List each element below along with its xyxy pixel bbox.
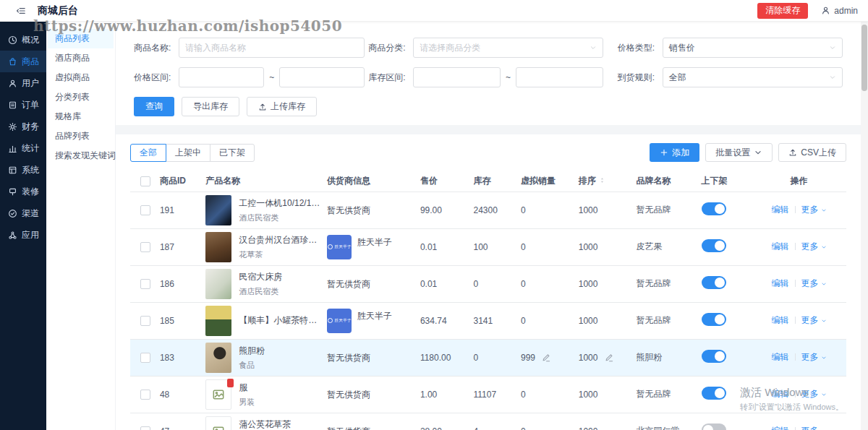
product-category: 酒店民宿类 xyxy=(239,212,324,223)
stats-icon xyxy=(8,144,17,153)
stock-min-input[interactable] xyxy=(413,67,501,87)
sidebar-item-label: 财务 xyxy=(22,121,39,133)
submenu-item-search-keywords[interactable]: 搜索发现关键词 xyxy=(48,146,114,165)
submenu-item-spec-lib[interactable]: 规格库 xyxy=(48,107,114,126)
brand-name: 北京同仁堂 xyxy=(637,426,680,430)
sidebar-item-app[interactable]: 应用 xyxy=(0,224,46,246)
product-category: 男装 xyxy=(239,397,255,408)
select-all-checkbox[interactable] xyxy=(140,176,150,186)
more-link[interactable]: 更多 xyxy=(801,204,827,216)
row-checkbox[interactable] xyxy=(140,353,150,363)
submenu-item-hotel-goods[interactable]: 酒店商品 xyxy=(48,48,114,68)
submenu-item-brand-list[interactable]: 品牌列表 xyxy=(48,126,114,146)
more-link[interactable]: 更多 xyxy=(801,278,827,290)
status-toggle[interactable] xyxy=(702,313,726,326)
clear-cache-button[interactable]: 清除缓存 xyxy=(757,3,808,19)
csv-upload-button[interactable]: CSV上传 xyxy=(778,143,846,162)
chevron-down-icon xyxy=(821,318,827,324)
edit-link[interactable]: 编辑 xyxy=(772,205,789,215)
products-table: 商品ID产品名称供货商信息售价库存虚拟销量排序品牌名称上下架操作 191 工控一… xyxy=(130,171,846,430)
price-value: 99.00 xyxy=(420,205,442,215)
sidebar-item-goods[interactable]: 商品 xyxy=(0,51,46,72)
sort-icon[interactable] xyxy=(599,176,605,184)
sidebar-item-channel[interactable]: 渠道 xyxy=(0,202,46,224)
edit-link[interactable]: 编辑 xyxy=(772,352,789,362)
edit-link[interactable]: 编辑 xyxy=(772,315,789,325)
category-select[interactable]: 请选择商品分类 xyxy=(413,38,603,58)
submenu-item-category-list[interactable]: 分类列表 xyxy=(48,87,114,107)
product-list-panel: 全部上架中已下架 添加 批量设置 CSV上传 xyxy=(116,134,861,430)
stock-max-input[interactable] xyxy=(516,67,603,87)
main-sidebar: 概况 商品 用户 订单 财务 统计 系统 装修 渠道 应用 xyxy=(0,22,46,430)
submenu-item-goods-list[interactable]: 商品列表 xyxy=(48,29,114,48)
row-checkbox[interactable] xyxy=(140,205,150,215)
export-stock-button[interactable]: 导出库存 xyxy=(182,97,239,116)
price-type-value: 销售价 xyxy=(669,42,695,54)
scrollbar-track[interactable] xyxy=(861,22,868,430)
edit-link[interactable]: 编辑 xyxy=(772,389,789,399)
batch-settings-button[interactable]: 批量设置 xyxy=(705,143,773,162)
edit-link[interactable]: 编辑 xyxy=(772,426,789,430)
status-toggle[interactable] xyxy=(702,239,726,252)
edit-sort-icon[interactable] xyxy=(605,353,613,362)
row-checkbox[interactable] xyxy=(140,279,150,289)
product-image xyxy=(205,343,231,373)
product-id: 186 xyxy=(160,279,174,289)
price-type-select[interactable]: 销售价 xyxy=(663,38,843,58)
table-row: 183 熊胆粉 食品 暂无供货商 1180.00 0 999 xyxy=(130,339,846,376)
add-button[interactable]: 添加 xyxy=(650,143,699,162)
row-checkbox[interactable] xyxy=(140,316,150,326)
search-button[interactable]: 查询 xyxy=(134,97,174,116)
sidebar-item-user[interactable]: 用户 xyxy=(0,72,46,94)
edit-virtual-sales-icon[interactable] xyxy=(542,353,550,362)
tab-all[interactable]: 全部 xyxy=(130,144,166,162)
more-link[interactable]: 更多 xyxy=(801,351,827,364)
tab-on-sale[interactable]: 上架中 xyxy=(166,144,210,162)
tab-off-sale[interactable]: 已下架 xyxy=(210,144,255,162)
status-tabs: 全部上架中已下架 xyxy=(130,144,255,162)
app-icon xyxy=(8,231,17,240)
table-row: 187 汉台贵州汉台酒珍藏30... 花草茶 胜天半子 胜天半子 0.01 10… xyxy=(130,228,846,265)
more-link[interactable]: 更多 xyxy=(801,314,827,327)
sidebar-item-label: 概况 xyxy=(22,34,39,46)
status-toggle[interactable] xyxy=(702,202,726,215)
status-toggle[interactable] xyxy=(702,350,726,363)
virtual-sales-value: 0 xyxy=(521,205,526,215)
status-toggle[interactable] xyxy=(702,423,726,430)
scrollbar-thumb[interactable] xyxy=(861,25,867,91)
sidebar-item-system[interactable]: 系统 xyxy=(0,159,46,181)
arrival-rule-select[interactable]: 全部 xyxy=(663,67,843,87)
chevron-down-icon xyxy=(829,44,836,51)
collapse-menu-icon[interactable] xyxy=(16,6,26,16)
chevron-down-icon xyxy=(821,244,827,250)
edit-link[interactable]: 编辑 xyxy=(772,278,789,288)
list-actions: 添加 批量设置 CSV上传 xyxy=(650,143,846,162)
more-link[interactable]: 更多 xyxy=(801,425,827,430)
status-toggle[interactable] xyxy=(702,387,726,400)
sidebar-item-label: 用户 xyxy=(22,77,39,90)
table-row: 186 民宿大床房 酒店民宿类 暂无供货商 0.01 0 0 xyxy=(130,265,846,302)
more-link[interactable]: 更多 xyxy=(801,388,827,400)
edit-link[interactable]: 编辑 xyxy=(772,241,789,251)
sidebar-item-order[interactable]: 订单 xyxy=(0,94,46,116)
user-menu[interactable]: admin xyxy=(821,6,858,16)
price-value: 28.00 xyxy=(420,426,442,430)
sidebar-item-stats[interactable]: 统计 xyxy=(0,137,46,159)
status-toggle[interactable] xyxy=(702,276,726,289)
sidebar-item-overview[interactable]: 概况 xyxy=(0,29,46,51)
stock-value: 24300 xyxy=(474,205,498,215)
row-checkbox[interactable] xyxy=(140,390,150,400)
stock-value: 4 xyxy=(474,426,479,430)
submenu-item-virtual-goods[interactable]: 虚拟商品 xyxy=(48,68,114,87)
row-checkbox[interactable] xyxy=(140,426,150,430)
product-name-input[interactable] xyxy=(179,38,365,58)
sidebar-item-finance[interactable]: 财务 xyxy=(0,116,46,137)
price-max-input[interactable] xyxy=(279,67,365,87)
sidebar-item-decorate[interactable]: 装修 xyxy=(0,181,46,202)
row-checkbox[interactable] xyxy=(140,242,150,252)
more-link[interactable]: 更多 xyxy=(801,241,827,253)
brand-name: 暂无品牌 xyxy=(637,389,671,399)
table-row: 48 服 男装 暂无供货商 1.00 11107 0 xyxy=(130,376,846,413)
price-min-input[interactable] xyxy=(179,67,264,87)
upload-stock-button[interactable]: 上传库存 xyxy=(247,97,317,116)
